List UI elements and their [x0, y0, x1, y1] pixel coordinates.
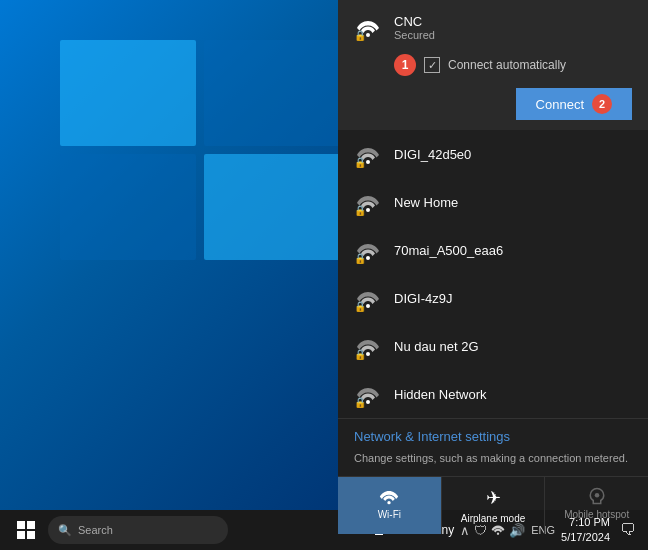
newhome-info: New Home — [394, 195, 632, 210]
digi42-icon-wrap: 🔒 — [354, 140, 382, 168]
tile-3 — [60, 154, 196, 260]
wifi-panel: 🔒 CNC Secured 1 ✓ Connect — [338, 0, 648, 510]
svg-point-3 — [366, 256, 370, 260]
cnc-network-info: CNC Secured — [394, 14, 632, 41]
nudaunet-info: Nu dau net 2G — [394, 339, 632, 354]
connect-btn-row: Connect 2 — [338, 82, 648, 130]
quick-action-hotspot[interactable]: Mobile hotspot — [545, 477, 648, 534]
cnc-network-name: CNC — [394, 14, 632, 29]
connect-auto-label: Connect automatically — [448, 58, 632, 72]
nudaunet-lock-icon: 🔒 — [354, 349, 366, 360]
desktop: 🔒 CNC Secured 1 ✓ Connect — [0, 0, 648, 550]
hidden-icon-wrap: 🔒 — [354, 380, 382, 408]
wifi-quick-icon — [379, 487, 399, 505]
cnc-network-status: Secured — [394, 29, 632, 41]
hidden-info: Hidden Network — [394, 387, 632, 402]
cnc-wifi-icon-wrap: 🔒 — [354, 13, 382, 41]
newhome-icon-wrap: 🔒 — [354, 188, 382, 216]
network-item-nudaunet[interactable]: 🔒 Nu dau net 2G — [338, 322, 648, 370]
tile-2 — [204, 40, 340, 146]
connect-auto-checkbox[interactable]: ✓ — [424, 57, 440, 73]
digi42-info: DIGI_42d5e0 — [394, 147, 632, 162]
search-placeholder: Search — [78, 524, 113, 536]
airplane-quick-icon: ✈ — [486, 487, 501, 509]
70mai-info: 70mai_A500_eaa6 — [394, 243, 632, 258]
digi4z9j-lock-icon: 🔒 — [354, 301, 366, 312]
newhome-lock-icon: 🔒 — [354, 205, 366, 216]
logo-q4 — [27, 531, 35, 539]
svg-point-0 — [366, 33, 370, 37]
logo-q2 — [27, 521, 35, 529]
quick-actions: Wi-Fi ✈ Airplane mode Mobile hotspot — [338, 476, 648, 534]
connect-button[interactable]: Connect 2 — [516, 88, 632, 120]
network-item-newhome[interactable]: 🔒 New Home — [338, 178, 648, 226]
taskbar-left: 🔍 Search — [0, 512, 228, 548]
cnc-lock-icon: 🔒 — [354, 30, 366, 41]
quick-action-wifi[interactable]: Wi-Fi — [338, 477, 442, 534]
70mai-lock-icon: 🔒 — [354, 253, 366, 264]
wifi-quick-label: Wi-Fi — [378, 509, 401, 520]
svg-point-2 — [366, 208, 370, 212]
svg-point-8 — [594, 493, 599, 498]
logo-q1 — [17, 521, 25, 529]
digi42-lock-icon: 🔒 — [354, 157, 366, 168]
digi4z9j-icon-wrap: 🔒 — [354, 284, 382, 312]
70mai-icon-wrap: 🔒 — [354, 236, 382, 264]
airplane-quick-label: Airplane mode — [461, 513, 525, 524]
logo-q3 — [17, 531, 25, 539]
nudaunet-name: Nu dau net 2G — [394, 339, 632, 354]
digi42-name: DIGI_42d5e0 — [394, 147, 632, 162]
network-settings: Network & Internet settings Change setti… — [338, 418, 648, 476]
newhome-name: New Home — [394, 195, 632, 210]
digi4z9j-info: DIGI-4z9J — [394, 291, 632, 306]
cnc-network-item[interactable]: 🔒 CNC Secured — [338, 0, 648, 48]
hidden-name: Hidden Network — [394, 387, 632, 402]
quick-action-airplane[interactable]: ✈ Airplane mode — [442, 477, 546, 534]
svg-point-4 — [366, 304, 370, 308]
network-item-hidden[interactable]: 🔒 Hidden Network — [338, 370, 648, 418]
network-item-70mai[interactable]: 🔒 70mai_A500_eaa6 — [338, 226, 648, 274]
tile-1 — [60, 40, 196, 146]
svg-point-6 — [366, 400, 370, 404]
70mai-name: 70mai_A500_eaa6 — [394, 243, 632, 258]
digi4z9j-name: DIGI-4z9J — [394, 291, 632, 306]
network-settings-link[interactable]: Network & Internet settings — [354, 429, 632, 444]
start-button[interactable] — [8, 512, 44, 548]
desktop-tiles — [60, 40, 340, 260]
tile-4 — [204, 154, 340, 260]
hidden-lock-icon: 🔒 — [354, 397, 366, 408]
network-settings-desc: Change settings, such as making a connec… — [354, 452, 628, 464]
windows-logo-icon — [17, 521, 35, 539]
hotspot-quick-icon — [587, 487, 607, 505]
network-item-digi4z9j[interactable]: 🔒 DIGI-4z9J — [338, 274, 648, 322]
badge-2: 2 — [592, 94, 612, 114]
network-list: 🔒 DIGI_42d5e0 🔒 — [338, 130, 648, 418]
svg-point-7 — [388, 501, 391, 504]
checkbox-check-icon: ✓ — [428, 60, 437, 71]
svg-point-5 — [366, 352, 370, 356]
hotspot-quick-label: Mobile hotspot — [564, 509, 629, 520]
taskbar-search-box[interactable]: 🔍 Search — [48, 516, 228, 544]
cnc-network-expanded: 🔒 CNC Secured 1 ✓ Connect — [338, 0, 648, 130]
search-icon: 🔍 — [58, 524, 72, 537]
connect-auto-row: 1 ✓ Connect automatically — [338, 48, 648, 82]
svg-point-1 — [366, 160, 370, 164]
badge-1: 1 — [394, 54, 416, 76]
nudaunet-icon-wrap: 🔒 — [354, 332, 382, 360]
network-item-digi42d5e0[interactable]: 🔒 DIGI_42d5e0 — [338, 130, 648, 178]
connect-button-label: Connect — [536, 97, 584, 112]
